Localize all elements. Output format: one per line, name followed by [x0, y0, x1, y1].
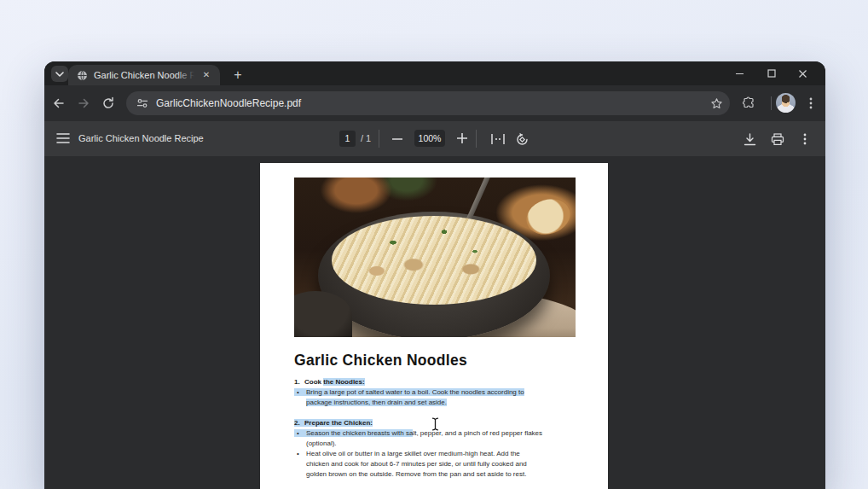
- pdf-document-title: Garlic Chicken Noodle Recipe: [78, 121, 204, 156]
- kebab-menu-icon: [809, 97, 813, 109]
- back-arrow-icon: [52, 96, 66, 110]
- forward-arrow-icon: [77, 96, 90, 110]
- plus-icon: [457, 133, 467, 143]
- tab-title: Garlic Chicken Noodle Recipe: [94, 70, 194, 80]
- rotate-button[interactable]: [512, 131, 531, 148]
- pdf-viewer[interactable]: Garlic Chicken Noodles 1.Cook the Noodle…: [44, 156, 825, 489]
- maximize-button[interactable]: [755, 61, 787, 85]
- step-1-heading: 1.Cook the Noodles:: [294, 377, 584, 387]
- step-2-bullet-1-line-2: (optional).: [294, 439, 584, 449]
- minimize-button[interactable]: [724, 61, 755, 85]
- photo-noodles: [332, 216, 536, 305]
- star-icon: [710, 97, 723, 110]
- text-cursor: [431, 417, 440, 431]
- recipe-title: Garlic Chicken Noodles: [294, 352, 467, 370]
- step-1-bullet-line-1: •Bring a large pot of salted water to a …: [294, 387, 584, 398]
- print-icon: [771, 133, 784, 146]
- tab-garlic-chicken-noodle-recipe[interactable]: Garlic Chicken Noodle Recipe ✕: [68, 65, 220, 85]
- recipe-photo: [294, 178, 576, 337]
- window-controls: [724, 61, 819, 85]
- photo-bread: [522, 194, 575, 240]
- pdf-more-options-button[interactable]: [798, 131, 812, 148]
- page-count-label: / 1: [361, 121, 371, 156]
- download-icon: [744, 133, 756, 146]
- close-icon: [798, 69, 807, 79]
- site-settings-icon[interactable]: [136, 97, 148, 109]
- selected-text: •Season the chicken breasts with sa: [294, 429, 413, 437]
- minimize-icon: [735, 69, 744, 79]
- step-1-bullet-line-2: package instructions, then drain and set…: [294, 398, 584, 408]
- back-button[interactable]: [48, 92, 70, 114]
- kebab-menu-icon: [803, 133, 807, 145]
- page-number-input[interactable]: 1: [339, 131, 356, 147]
- puzzle-icon: [742, 96, 755, 110]
- tab-strip: Garlic Chicken Noodle Recipe ✕ +: [44, 61, 825, 85]
- address-bar[interactable]: GarlicChickenNoodleRecipe.pdf: [126, 91, 730, 115]
- tab-close-icon[interactable]: ✕: [200, 68, 213, 82]
- new-tab-button[interactable]: +: [228, 65, 248, 85]
- minus-icon: [392, 138, 402, 140]
- fit-width-icon: [491, 134, 505, 144]
- zoom-out-button[interactable]: [389, 132, 406, 146]
- pdf-menu-button[interactable]: [55, 131, 71, 145]
- extensions-button[interactable]: [738, 92, 760, 114]
- profile-avatar[interactable]: [776, 93, 796, 113]
- reload-icon: [101, 96, 115, 110]
- download-button[interactable]: [740, 131, 759, 148]
- forward-button[interactable]: [72, 92, 95, 114]
- step-2-bullet-2-line-2: chicken and cook for about 6-7 minutes p…: [294, 459, 584, 469]
- globe-favicon-icon: [77, 70, 88, 81]
- toolbar-divider: [771, 96, 772, 110]
- toolbar-divider: [379, 130, 379, 148]
- print-button[interactable]: [768, 131, 787, 148]
- pdf-page[interactable]: Garlic Chicken Noodles 1.Cook the Noodle…: [260, 163, 608, 489]
- bookmark-star-button[interactable]: [707, 94, 726, 113]
- selected-text: the Noodles:: [323, 378, 364, 386]
- desktop-background: Garlic Chicken Noodle Recipe ✕ +: [0, 0, 868, 489]
- reload-button[interactable]: [97, 92, 119, 114]
- url-text: GarlicChickenNoodleRecipe.pdf: [156, 97, 301, 109]
- step-2-bullet-2-line-3: golden brown on the outside. Remove from…: [294, 469, 584, 480]
- browser-window: Garlic Chicken Noodle Recipe ✕ +: [44, 61, 825, 489]
- chevron-down-icon: [55, 72, 64, 77]
- address-toolbar: GarlicChickenNoodleRecipe.pdf: [44, 85, 825, 121]
- rotate-counterclockwise-icon: [515, 132, 529, 147]
- hamburger-icon: [56, 133, 70, 143]
- pdf-toolbar: Garlic Chicken Noodle Recipe 1 / 1 100%: [44, 121, 825, 156]
- close-window-button[interactable]: [787, 61, 819, 85]
- zoom-level-input[interactable]: 100%: [414, 130, 445, 147]
- maximize-icon: [767, 69, 776, 78]
- zoom-in-button[interactable]: [454, 128, 471, 148]
- browser-menu-button[interactable]: [800, 92, 822, 114]
- toolbar-divider: [476, 130, 477, 148]
- step-2-bullet-2-line-1: •Heat olive oil or butter in a large ski…: [294, 449, 584, 459]
- selected-text: package instructions, then drain and set…: [306, 399, 447, 406]
- fit-to-width-button[interactable]: [489, 131, 507, 147]
- selected-text: 2.Prepare the Chicken:: [294, 419, 373, 427]
- tab-search-button[interactable]: [51, 66, 68, 82]
- selected-text: •Bring a large pot of salted water to a …: [294, 388, 524, 396]
